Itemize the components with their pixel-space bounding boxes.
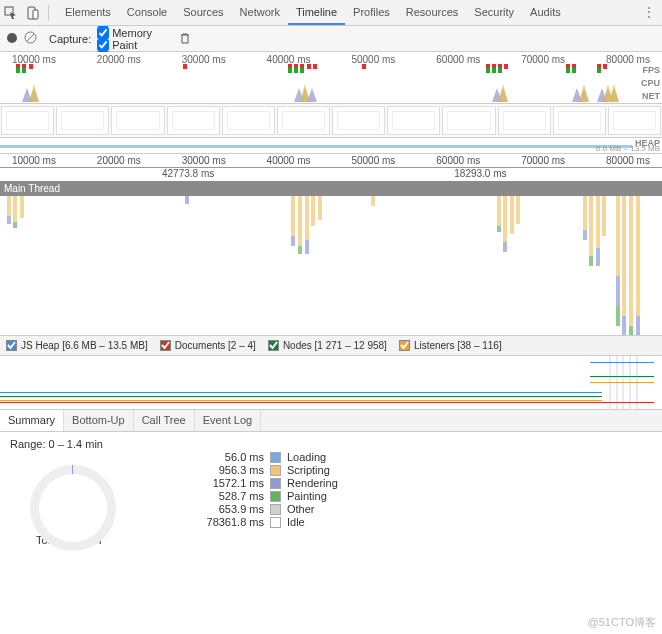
panel-tabs: ElementsConsoleSourcesNetworkTimelinePro…	[57, 1, 569, 25]
main-thread-label: Main Thread	[0, 181, 662, 196]
tab-console[interactable]: Console	[119, 1, 175, 25]
filmstrip-frame[interactable]	[167, 106, 220, 135]
filmstrip-frame[interactable]	[222, 106, 275, 135]
trash-icon[interactable]	[179, 32, 191, 46]
summary-total: Total: 1.4 min	[36, 534, 652, 546]
flame-chart[interactable]	[0, 196, 662, 336]
summary-item-other: 653.9 msOther	[130, 503, 652, 515]
record-button[interactable]	[6, 32, 18, 46]
overflow-menu-icon[interactable]: ⋮	[642, 4, 656, 20]
summary-donut	[30, 465, 116, 551]
tab-security[interactable]: Security	[466, 1, 522, 25]
filmstrip-frame[interactable]	[111, 106, 164, 135]
summary-panel: Range: 0 – 1.4 min 56.0 msLoading956.3 m…	[0, 432, 662, 571]
viewtab-summary[interactable]: Summary	[0, 410, 64, 431]
summary-item-idle: 78361.8 msIdle	[130, 516, 652, 528]
heap-range: 6.6 MB – 13.5 MB	[596, 144, 660, 153]
viewtab-bottom-up[interactable]: Bottom-Up	[64, 410, 134, 431]
overview-row-labels: FPSCPUNET	[641, 64, 660, 103]
overview-panel[interactable]: 10000 ms20000 ms30000 ms40000 ms50000 ms…	[0, 52, 662, 104]
tab-elements[interactable]: Elements	[57, 1, 119, 25]
overview-graph	[10, 64, 628, 102]
heap-strip[interactable]: HEAP 6.6 MB – 13.5 MB	[0, 138, 662, 154]
device-icon[interactable]	[22, 2, 44, 24]
summary-item-scripting: 956.3 msScripting	[130, 464, 652, 476]
svg-line-5	[27, 34, 34, 41]
memory-legend: JS Heap [6.6 MB – 13.5 MB]Documents [2 –…	[0, 336, 662, 356]
tab-timeline[interactable]: Timeline	[288, 1, 345, 25]
clear-button[interactable]	[24, 31, 37, 46]
screenshot-filmstrip[interactable]	[0, 104, 662, 138]
filmstrip-frame[interactable]	[332, 106, 385, 135]
viewtab-call-tree[interactable]: Call Tree	[134, 410, 195, 431]
tab-sources[interactable]: Sources	[175, 1, 231, 25]
memory-chart[interactable]	[0, 356, 662, 410]
capture-bar: Capture: JS Profile Memory Paint Screens…	[0, 26, 662, 52]
filmstrip-frame[interactable]	[277, 106, 330, 135]
tab-resources[interactable]: Resources	[398, 1, 467, 25]
filmstrip-frame[interactable]	[608, 106, 661, 135]
svg-rect-2	[33, 10, 38, 19]
summary-item-loading: 56.0 msLoading	[130, 451, 652, 463]
filmstrip-frame[interactable]	[442, 106, 495, 135]
main-toolbar: ElementsConsoleSourcesNetworkTimelinePro…	[0, 0, 662, 26]
mem-legend-js-heap[interactable]: JS Heap [6.6 MB – 13.5 MB]	[6, 340, 148, 351]
filmstrip-frame[interactable]	[553, 106, 606, 135]
flame-axis: 10000 ms20000 ms30000 ms40000 ms50000 ms…	[0, 154, 662, 168]
capture-label: Capture:	[49, 33, 91, 45]
tab-profiles[interactable]: Profiles	[345, 1, 398, 25]
mem-legend-nodes[interactable]: Nodes [1 271 – 12 958]	[268, 340, 387, 351]
summary-range: Range: 0 – 1.4 min	[10, 438, 652, 450]
tab-network[interactable]: Network	[232, 1, 288, 25]
capture-memory[interactable]: Memory	[97, 27, 173, 39]
mem-legend-documents[interactable]: Documents [2 – 4]	[160, 340, 256, 351]
inspect-icon[interactable]	[0, 2, 22, 24]
mem-legend-listeners[interactable]: Listeners [38 – 116]	[399, 340, 502, 351]
summary-item-rendering: 1572.1 msRendering	[130, 477, 652, 489]
capture-paint[interactable]: Paint	[97, 39, 173, 51]
filmstrip-frame[interactable]	[498, 106, 551, 135]
view-tabs: SummaryBottom-UpCall TreeEvent Log	[0, 410, 662, 432]
tab-audits[interactable]: Audits	[522, 1, 569, 25]
filmstrip-frame[interactable]	[1, 106, 54, 135]
viewtab-event-log[interactable]: Event Log	[195, 410, 262, 431]
filmstrip-frame[interactable]	[56, 106, 109, 135]
axis-annotations: 42773.8 ms18293.0 ms	[0, 168, 662, 181]
svg-point-3	[7, 33, 17, 43]
summary-item-painting: 528.7 msPainting	[130, 490, 652, 502]
filmstrip-frame[interactable]	[387, 106, 440, 135]
